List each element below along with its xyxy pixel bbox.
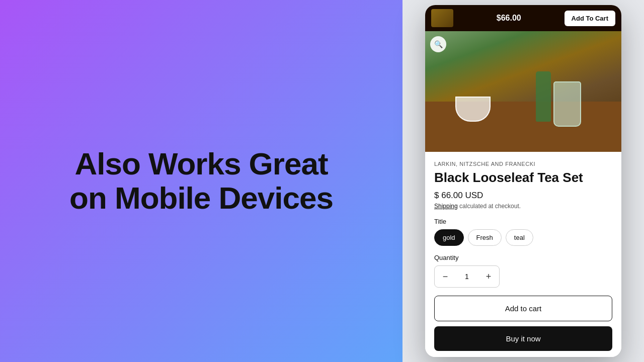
vendor-name: LARKIN, NITZSCHE AND FRANECKI xyxy=(434,161,612,167)
sticky-add-to-cart-button[interactable]: Add To Cart xyxy=(565,11,615,26)
product-image-container: 🔍 xyxy=(425,31,621,152)
option-fresh[interactable]: Fresh xyxy=(468,229,502,246)
quantity-value: 1 xyxy=(456,273,478,281)
sticky-bar: $66.00 Add To Cart xyxy=(425,5,621,31)
shipping-info: Shipping calculated at checkout. xyxy=(434,203,612,210)
hero-text: Also Works Great on Mobile Devices xyxy=(69,147,333,215)
product-price: $ 66.00 USD xyxy=(434,191,612,201)
mobile-device: $66.00 Add To Cart 🔍 LARKIN, N xyxy=(425,5,621,357)
tea-table-decoration xyxy=(425,102,621,152)
option-teal[interactable]: teal xyxy=(506,229,533,246)
add-to-cart-button[interactable]: Add to cart xyxy=(434,296,612,321)
quantity-control: − 1 + xyxy=(434,265,500,288)
product-image-scene xyxy=(425,31,621,152)
hero-line2: on Mobile Devices xyxy=(69,180,333,215)
sticky-price: $66.00 xyxy=(497,14,521,23)
shipping-link[interactable]: Shipping xyxy=(434,203,458,210)
zoom-button[interactable]: 🔍 xyxy=(430,36,446,52)
right-panel: $66.00 Add To Cart 🔍 LARKIN, N xyxy=(403,0,644,362)
option-label: Title xyxy=(434,218,612,225)
product-content: 🔍 LARKIN, NITZSCHE AND FRANECKI Black Lo… xyxy=(425,31,621,357)
product-thumbnail xyxy=(431,9,453,27)
shipping-text: calculated at checkout. xyxy=(459,203,521,210)
product-title: Black Looseleaf Tea Set xyxy=(434,170,612,186)
option-gold[interactable]: gold xyxy=(434,229,464,246)
quantity-label: Quantity xyxy=(434,254,612,261)
left-panel: Also Works Great on Mobile Devices xyxy=(0,0,403,362)
zoom-icon: 🔍 xyxy=(434,40,443,48)
buy-now-button[interactable]: Buy it now xyxy=(434,326,612,351)
product-info: LARKIN, NITZSCHE AND FRANECKI Black Loos… xyxy=(425,152,621,357)
title-options: gold Fresh teal xyxy=(434,229,612,246)
hero-line1: Also Works Great xyxy=(74,146,328,181)
tea-pitcher-decoration xyxy=(553,81,581,127)
tea-cup-decoration xyxy=(455,97,491,122)
quantity-increase-button[interactable]: + xyxy=(478,266,499,287)
quantity-decrease-button[interactable]: − xyxy=(435,266,456,287)
tea-bottle-decoration xyxy=(536,71,551,122)
